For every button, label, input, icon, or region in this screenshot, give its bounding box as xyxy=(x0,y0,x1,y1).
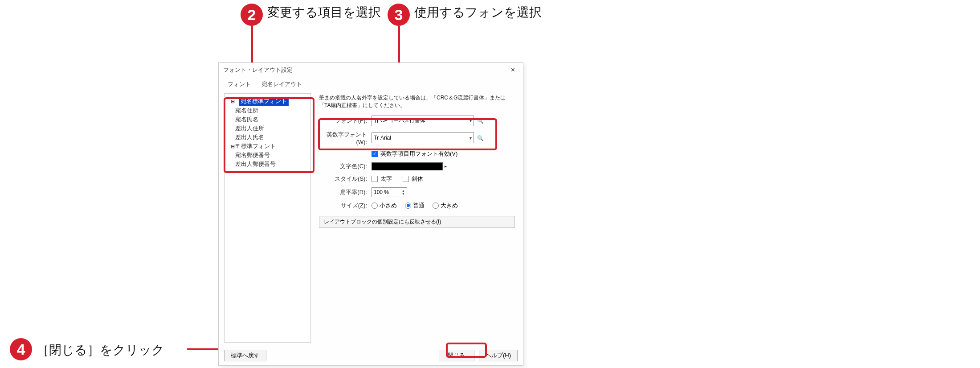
flatten-spinner[interactable]: 100 % ▲▼ xyxy=(372,187,407,197)
tree-root-zip[interactable]: ⊟〒標準フォント xyxy=(226,142,309,151)
label-color: 文字色(C): xyxy=(319,162,372,170)
dialog-titlebar: フォント・レイアウト設定 × xyxy=(219,63,523,77)
font-search-icon[interactable]: 🔍 xyxy=(476,116,485,125)
tree-item-sender-addr[interactable]: 差出人住所 xyxy=(226,124,309,133)
reset-button[interactable]: 標準へ戻す xyxy=(224,350,266,361)
alnum-enable-checkbox[interactable]: ✓ xyxy=(372,151,378,157)
tab-layout[interactable]: 宛名レイアウト xyxy=(257,79,306,90)
label-alnum-enable: 英数字項目用フォント有効(V) xyxy=(380,150,457,158)
chevron-down-icon[interactable]: ▾ xyxy=(470,136,472,141)
label-alnum-font: 英数字フォント(W): xyxy=(319,131,372,145)
color-swatch[interactable] xyxy=(372,162,443,170)
dialog-footer: 標準へ戻す 閉じる ヘルプ(H) xyxy=(219,346,523,366)
tree-item-zip[interactable]: 宛名郵便番号 xyxy=(226,151,309,160)
tree-item-sender-zip[interactable]: 差出人郵便番号 xyxy=(226,160,309,169)
tree-collapse-icon[interactable]: ⊟ xyxy=(230,144,235,149)
alnum-font-combo[interactable]: Tr Arial ▾ xyxy=(372,132,474,143)
tree-root-atesaki[interactable]: ⊟宛名標準フォント xyxy=(226,96,309,106)
tree-collapse-icon[interactable]: ⊟ xyxy=(230,99,235,104)
tree-item-root-selected[interactable]: 宛名標準フォント xyxy=(239,97,289,106)
bold-checkbox[interactable]: ✓ xyxy=(372,176,378,182)
tree-item-addr[interactable]: 宛名住所 xyxy=(226,106,309,115)
tab-font[interactable]: フォント xyxy=(223,79,255,90)
callout-3-text: 使用するフォンを選択 xyxy=(414,4,542,21)
label-font: フォント(F): xyxy=(319,117,372,125)
tabs: フォント 宛名レイアウト xyxy=(219,77,523,90)
alnum-font-search-icon[interactable]: 🔍 xyxy=(476,133,485,142)
hint-text: 筆まめ搭載の人名外字を設定している場合は、「CRC＆G流麗行書体」または「TA堀… xyxy=(319,94,515,109)
dialog-body: ⊟宛名標準フォント 宛名住所 宛名氏名 差出人住所 差出人氏名 ⊟〒標準フォント… xyxy=(219,90,523,346)
callout-4-badge: 4 xyxy=(10,338,32,360)
callout-2-badge: 2 xyxy=(241,4,263,26)
callout-3-badge: 3 xyxy=(388,4,410,26)
label-size-small: 小さめ xyxy=(380,202,397,210)
label-size-large: 大きめ xyxy=(441,202,458,210)
label-size-normal: 普通 xyxy=(413,202,425,210)
apply-to-layout-button[interactable]: レイアウトブロックの個別設定にも反映させる(I) xyxy=(319,216,515,228)
close-button[interactable]: 閉じる xyxy=(439,350,474,361)
font-layout-dialog: フォント・レイアウト設定 × フォント 宛名レイアウト ⊟宛名標準フォント 宛名… xyxy=(218,62,523,366)
font-tree[interactable]: ⊟宛名標準フォント 宛名住所 宛名氏名 差出人住所 差出人氏名 ⊟〒標準フォント… xyxy=(224,93,311,343)
settings-panel: 筆まめ搭載の人名外字を設定している場合は、「CRC＆G流麗行書体」または「TA堀… xyxy=(316,93,518,343)
callout-4-text: ［閉じる］をクリック xyxy=(37,338,164,359)
font-icon: Tr xyxy=(374,118,379,124)
size-large-radio[interactable] xyxy=(433,203,439,209)
chevron-down-icon[interactable]: ▾ xyxy=(470,118,472,123)
label-style: スタイル(S): xyxy=(319,175,372,183)
font-value: CPコーバス行書体 xyxy=(380,117,425,124)
label-bold: 太字 xyxy=(380,175,392,183)
label-size: サイズ(Z): xyxy=(319,202,372,210)
callout-2-text: 変更する項目を選択 xyxy=(267,4,381,21)
label-flatten: 扁平率(R): xyxy=(319,188,372,196)
dialog-title: フォント・レイアウト設定 xyxy=(223,66,507,74)
tree-item-name[interactable]: 宛名氏名 xyxy=(226,115,309,124)
italic-checkbox[interactable]: ✓ xyxy=(403,176,409,182)
font-combo[interactable]: Tr CPコーバス行書体 ▾ xyxy=(372,116,474,126)
tree-item-sender-name[interactable]: 差出人氏名 xyxy=(226,133,309,142)
label-italic: 斜体 xyxy=(412,175,423,183)
size-small-radio[interactable] xyxy=(372,203,378,209)
spinner-buttons[interactable]: ▲▼ xyxy=(402,189,405,195)
color-dropdown-icon[interactable]: ▸ xyxy=(445,164,447,169)
size-normal-radio[interactable] xyxy=(405,203,411,209)
alnum-font-value: Arial xyxy=(380,135,391,141)
font-icon: Tr xyxy=(374,135,379,141)
flatten-value: 100 % xyxy=(374,189,389,195)
help-button[interactable]: ヘルプ(H) xyxy=(479,350,518,361)
close-icon[interactable]: × xyxy=(507,65,519,75)
